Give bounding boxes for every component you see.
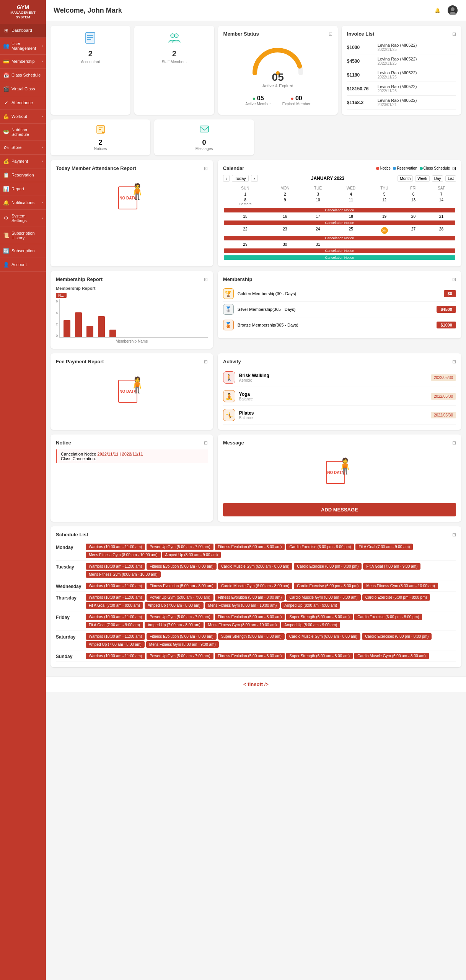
schedule-class[interactable]: Cardio Muscle Gym (6:00 am - 8:00 am): [218, 583, 292, 589]
schedule-class[interactable]: Mens Fitness Gym (8:00 am - 10:00 am): [363, 583, 438, 589]
cal-day-30[interactable]: 30: [267, 242, 303, 247]
schedule-class[interactable]: Cardio Muscle Gym (6:00 am - 8:00 am): [354, 653, 429, 659]
cal-day-2[interactable]: 2: [267, 191, 303, 197]
schedule-class[interactable]: Amped Up (8:00 am - 9:00 am): [162, 552, 221, 558]
schedule-expand[interactable]: ⊡: [452, 532, 456, 537]
sidebar-item-reservation[interactable]: 📋 Reservation: [0, 168, 46, 182]
schedule-class[interactable]: Cardio Exercise (6:00 pm - 8:00 pm): [354, 614, 422, 620]
sidebar-item-account[interactable]: 👤 Account: [0, 258, 46, 272]
schedule-class[interactable]: Amped Up (7:00 am - 8:00 am): [145, 602, 204, 609]
cal-day-20[interactable]: 20: [400, 214, 427, 219]
cal-day-14[interactable]: 14: [427, 197, 456, 207]
sidebar-item-nutrition-schedule[interactable]: 🥗 Nutrition Schedule: [0, 124, 46, 141]
schedule-class[interactable]: Super Strength (6:00 am - 8:00 am): [286, 653, 353, 659]
cal-day-24[interactable]: 24: [303, 226, 334, 235]
schedule-class[interactable]: Fitness Evolution (5:00 am - 8:00 am): [147, 583, 217, 589]
add-message-button[interactable]: ADD MESSAGE: [223, 503, 456, 516]
schedule-class[interactable]: Cardio Exercises (6:00 pm - 8:00 pm): [362, 633, 432, 640]
schedule-class[interactable]: Super Strength (6:00 am - 8:00 am): [286, 614, 353, 620]
sidebar-item-system-settings[interactable]: ⚙ System Settings ›: [0, 210, 46, 227]
sidebar-item-subscription-history[interactable]: 📜 Subscription History: [0, 227, 46, 244]
message-expand[interactable]: ⊡: [452, 440, 456, 446]
cal-day-13[interactable]: 13: [400, 197, 427, 207]
sidebar-item-notifications[interactable]: 🔔 Notifications ›: [0, 196, 46, 210]
invoice-expand[interactable]: ⊡: [452, 31, 456, 37]
schedule-class[interactable]: Fitness Evolution (5:00 am - 8:00 am): [215, 544, 285, 550]
cal-day-23[interactable]: 23: [267, 226, 303, 235]
schedule-class[interactable]: Power Up Gym (5:00 am - 7:00 am): [147, 614, 213, 620]
schedule-class[interactable]: Warriors (10:00 am - 11:00 am): [86, 594, 145, 601]
cal-day-17[interactable]: 17: [303, 214, 334, 219]
schedule-class[interactable]: Fitness Evolution (5:00 am - 8:00 am): [215, 653, 285, 659]
notice-expand[interactable]: ⊡: [204, 440, 208, 446]
schedule-class[interactable]: Mens Fitness Gym (8:00 am - 9:00 am): [146, 641, 219, 648]
cal-day-21[interactable]: 21: [427, 214, 456, 219]
sidebar-item-user-management[interactable]: 👥 User Management ›: [0, 38, 46, 55]
cal-day-31[interactable]: 31: [303, 242, 334, 247]
schedule-class[interactable]: Warriors (10:00 am - 11:00 am): [86, 583, 145, 589]
schedule-class[interactable]: Warriors (10:00 am - 11:00 am): [86, 614, 145, 620]
schedule-class[interactable]: Warriors (10:00 am - 11:00 am): [86, 633, 145, 640]
sidebar-item-report[interactable]: 📊 Report: [0, 182, 46, 196]
membership-report-expand[interactable]: ⊡: [204, 277, 208, 282]
schedule-class[interactable]: Amped Up (8:00 am - 9:00 am): [281, 602, 340, 609]
schedule-class[interactable]: Fit A Goal (7:00 am - 9:00 am): [86, 602, 143, 609]
schedule-class[interactable]: Mens Fitness Gym (8:00 am - 10:00 am): [205, 602, 280, 609]
schedule-class[interactable]: Mens Fitness Gym (8:00 am - 10:00 am): [86, 571, 161, 578]
attendance-expand[interactable]: ⊡: [204, 166, 208, 171]
cal-week-btn[interactable]: Week: [415, 175, 429, 182]
cal-day-10[interactable]: 10: [303, 197, 334, 207]
cal-day-26[interactable]: 26: [368, 226, 400, 235]
cal-month-btn[interactable]: Month: [398, 175, 413, 182]
cal-day-7[interactable]: 7: [427, 191, 456, 197]
cal-day-5[interactable]: 5: [368, 191, 400, 197]
schedule-class[interactable]: Fitness Evolution (5:00 am - 8:00 am): [147, 633, 217, 640]
schedule-class[interactable]: Cardio Exercise (6:00 pm - 8:00 pm): [286, 544, 354, 550]
cal-day-19[interactable]: 19: [368, 214, 400, 219]
schedule-class[interactable]: Fitness Evolution (5:00 am - 8:00 am): [215, 594, 285, 601]
cal-prev-btn[interactable]: ‹: [223, 175, 230, 182]
sidebar-item-workout[interactable]: 💪 Workout ›: [0, 110, 46, 124]
sidebar-item-class-schedule[interactable]: 📅 Class Schedule: [0, 69, 46, 82]
schedule-class[interactable]: Amped Up (7:00 am - 8:00 am): [145, 622, 204, 628]
calendar-expand[interactable]: ⊡: [452, 166, 456, 171]
cal-day-15[interactable]: 15: [223, 214, 267, 219]
schedule-class[interactable]: Cardio Exercise (6:00 pm - 8:00 pm): [294, 563, 362, 570]
cal-day-3[interactable]: 3: [303, 191, 334, 197]
cal-today-btn[interactable]: Today: [232, 175, 248, 182]
cal-day-18[interactable]: 18: [334, 214, 369, 219]
cal-day-4[interactable]: 4: [334, 191, 369, 197]
schedule-class[interactable]: Power Up Gym (5:00 am - 7:00 am): [147, 544, 213, 550]
membership-list-expand[interactable]: ⊡: [452, 277, 456, 282]
sidebar-item-dashboard[interactable]: ⊞ Dashboard: [0, 24, 46, 38]
user-avatar[interactable]: [447, 5, 458, 16]
sidebar-item-payment[interactable]: 💰 Payment ›: [0, 155, 46, 168]
schedule-class[interactable]: Power Up Gym (5:00 am - 7:00 am): [147, 653, 213, 659]
cal-day-25[interactable]: 25: [334, 226, 369, 235]
schedule-class[interactable]: Fit A Goal (7:00 am - 9:00 am): [363, 563, 420, 570]
schedule-class[interactable]: Cardio Exercise (6:00 pm - 8:00 pm): [362, 594, 430, 601]
schedule-class[interactable]: Warriors (10:00 am - 11:00 am): [86, 544, 145, 550]
sidebar-item-subscription[interactable]: 🔄 Subscription: [0, 244, 46, 258]
schedule-class[interactable]: Super Strength (5:00 am - 8:00 am): [218, 633, 285, 640]
schedule-class[interactable]: Warriors (10:00 am - 11:00 am): [86, 653, 145, 659]
cal-day-11[interactable]: 11: [334, 197, 369, 207]
schedule-class[interactable]: Cardio Muscle Gym (6:00 am - 8:00 am): [286, 594, 360, 601]
sidebar-item-virtual-class[interactable]: 🎬 Virtual Class: [0, 82, 46, 96]
cal-day-16[interactable]: 16: [267, 214, 303, 219]
schedule-class[interactable]: Amped Up (8:00 am - 9:00 am): [281, 622, 340, 628]
cal-day-28[interactable]: 28: [427, 226, 456, 235]
schedule-class[interactable]: Power Up Gym (5:00 am - 7:00 am): [147, 594, 213, 601]
cal-day-12[interactable]: 12: [368, 197, 400, 207]
schedule-class[interactable]: Amped Up (7:00 am - 8:00 am): [86, 641, 145, 648]
cal-day-6[interactable]: 6: [400, 191, 427, 197]
schedule-class[interactable]: Fit A Goal (7:00 am - 9:00 am): [355, 544, 413, 550]
cal-day-22[interactable]: 22: [223, 226, 267, 235]
sidebar-item-store[interactable]: 🛍 Store ›: [0, 141, 46, 155]
schedule-class[interactable]: Cardio Exercise (6:00 pm - 8:00 pm): [294, 583, 362, 589]
sidebar-item-attendance[interactable]: ✓ Attendance: [0, 96, 46, 110]
schedule-class[interactable]: Warriors (10:00 am - 11:00 am): [86, 563, 145, 570]
sidebar-item-membership[interactable]: 💳 Membership ›: [0, 55, 46, 69]
cal-next-btn[interactable]: ›: [251, 175, 258, 182]
cal-day-29[interactable]: 29: [223, 242, 267, 247]
